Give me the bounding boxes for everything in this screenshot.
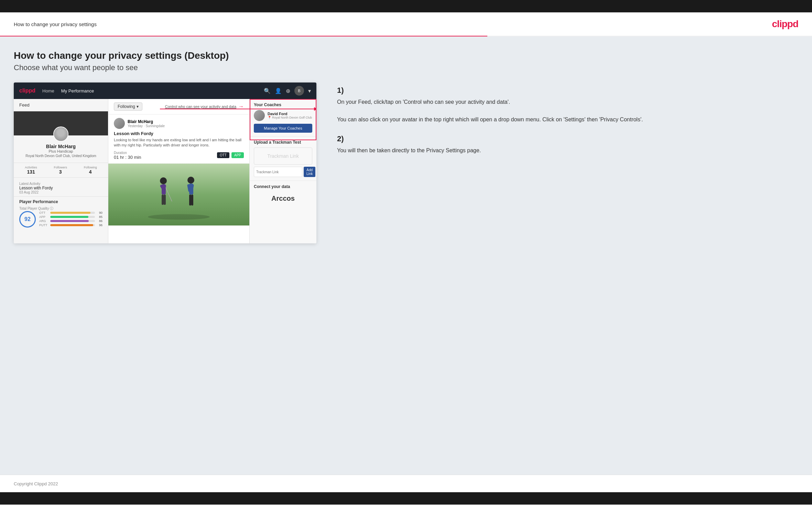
post-user-info: Blair McHarg Yesterday · Sunningdale (128, 119, 165, 128)
coach-club: 📍 Royal North Devon Golf Club (268, 116, 312, 119)
instruction-2-text: You will then be taken directly to the P… (337, 146, 791, 155)
bar-arg-track (50, 220, 95, 222)
control-link-area: Control who can see your activity and da… (165, 103, 244, 110)
quality-score: 92 (19, 211, 36, 228)
main-content: How to change your privacy settings (Des… (0, 36, 812, 475)
bar-app-val: 85 (96, 215, 102, 219)
stat-following: Following 4 (84, 166, 97, 175)
app-nav-icons: 🔍 👤 ⊕ B ▾ (264, 86, 311, 96)
latest-activity-date: 03 Aug 2022 (19, 190, 102, 194)
following-button[interactable]: Following ▾ (114, 102, 142, 111)
post-user: Blair McHarg Yesterday · Sunningdale (114, 118, 244, 129)
add-link-button[interactable]: Add Link (304, 167, 315, 177)
latest-activity-name: Lesson with Fordy (19, 186, 102, 190)
svg-line-13 (166, 188, 172, 201)
manage-coaches-button[interactable]: Manage Your Coaches (254, 124, 312, 133)
profile-banner (14, 111, 108, 135)
header: How to change your privacy settings clip… (0, 12, 812, 36)
bar-putt-track (50, 224, 95, 226)
svg-point-1 (160, 177, 167, 184)
trackman-link-input[interactable] (254, 167, 302, 177)
trackman-box: Trackman Link (254, 147, 312, 165)
bar-app-track (50, 216, 95, 218)
golf-scene (108, 164, 249, 225)
arccos-logo: Arccos (254, 192, 312, 205)
stat-followers-label: Followers (54, 166, 67, 169)
bar-ott: OTT 90 (39, 211, 102, 214)
stat-followers: Followers 3 (54, 166, 67, 175)
post-title: Lesson with Fordy (114, 131, 244, 136)
chevron-down-icon[interactable]: ▾ (308, 88, 311, 94)
post-item: Blair McHarg Yesterday · Sunningdale Les… (108, 114, 249, 164)
plus-circle-icon[interactable]: ⊕ (286, 88, 290, 94)
duration-label: Duration (114, 151, 141, 155)
bar-app-fill (50, 216, 88, 218)
svg-rect-6 (164, 195, 166, 205)
app-center: Following ▾ Control who can see your act… (108, 99, 249, 243)
player-performance: Player Performance Total Player Quality … (14, 196, 108, 230)
trackman-section: Upload a Trackman Test Trackman Link Add… (250, 136, 316, 181)
chevron-icon: ▾ (137, 104, 139, 109)
post-avatar (114, 118, 125, 129)
bar-putt-val: 96 (96, 223, 102, 227)
coaches-section: Your Coaches David Ford 📍 Royal North De… (250, 99, 316, 136)
nav-item-performance[interactable]: My Performance (61, 88, 94, 93)
tag-ott: OTT (217, 152, 229, 158)
post-user-name: Blair McHarg (128, 119, 165, 124)
instructions-panel: 1) On your Feed, click/tap on 'Control w… (330, 82, 798, 168)
profile-club: Royal North Devon Golf Club, United King… (17, 154, 105, 158)
duration-value: 01 hr : 30 min (114, 155, 141, 160)
bar-arg-val: 86 (96, 219, 102, 223)
connect-section: Connect your data Arccos (250, 181, 316, 209)
post-description: Looking to feel like my hands are exitin… (114, 137, 244, 148)
svg-rect-11 (189, 195, 191, 206)
pp-content: 92 OTT 90 APP (19, 211, 102, 228)
post-user-location: Yesterday · Sunningdale (128, 124, 165, 128)
connect-title: Connect your data (254, 184, 312, 189)
coach-info: David Ford 📍 Royal North Devon Golf Club (268, 112, 312, 119)
coaches-title: Your Coaches (254, 102, 312, 107)
svg-rect-12 (191, 195, 193, 206)
app-right-panel: Your Coaches David Ford 📍 Royal North De… (249, 99, 316, 243)
search-icon[interactable]: 🔍 (264, 88, 271, 94)
person-icon[interactable]: 👤 (275, 88, 282, 94)
bar-putt: PUTT 96 (39, 223, 102, 227)
bar-ott-track (50, 212, 95, 214)
tag-app: APP (231, 152, 244, 158)
location-icon: 📍 (268, 116, 271, 119)
control-link[interactable]: Control who can see your activity and da… (165, 104, 236, 109)
trackman-title: Upload a Trackman Test (254, 140, 312, 145)
bar-app-label: APP (39, 215, 49, 219)
app-navbar: clippd Home My Performance 🔍 👤 ⊕ B ▾ (14, 82, 316, 99)
clippd-logo: clippd (772, 19, 798, 30)
svg-point-0 (148, 214, 210, 220)
footer-copyright: Copyright Clippd 2022 (14, 481, 58, 486)
bar-app: APP 85 (39, 215, 102, 219)
instruction-2: 2) You will then be taken directly to th… (337, 134, 791, 155)
stat-followers-value: 3 (54, 169, 67, 175)
arrow-right-icon: → (238, 103, 244, 110)
post-image (108, 164, 249, 225)
profile-stats: Activities 131 Followers 3 Following 4 (14, 163, 108, 178)
top-bar (0, 0, 812, 12)
app-sidebar: Feed Blair McHarg Plus Handicap Royal No… (14, 99, 108, 243)
instruction-1: 1) On your Feed, click/tap on 'Control w… (337, 86, 791, 124)
feed-tab[interactable]: Feed (14, 99, 108, 111)
coach-item: David Ford 📍 Royal North Devon Golf Club (254, 110, 312, 121)
stat-following-value: 4 (84, 169, 97, 175)
instruction-1-text: On your Feed, click/tap on 'Control who … (337, 98, 791, 124)
bar-putt-fill (50, 224, 93, 226)
stat-activities-value: 131 (25, 169, 37, 175)
duration-info: Duration 01 hr : 30 min (114, 151, 141, 160)
svg-rect-5 (162, 195, 164, 205)
nav-item-home[interactable]: Home (42, 88, 54, 93)
footer: Copyright Clippd 2022 (0, 475, 812, 492)
user-avatar[interactable]: B (294, 86, 304, 96)
latest-activity: Latest Activity Lesson with Fordy 03 Aug… (14, 180, 108, 196)
bar-arg: ARG 86 (39, 219, 102, 223)
bar-ott-fill (50, 212, 90, 214)
app-logo: clippd (19, 88, 35, 94)
pp-title: Player Performance (19, 199, 102, 204)
trackman-placeholder: Trackman Link (267, 153, 299, 159)
instruction-1-number: 1) (337, 86, 791, 95)
